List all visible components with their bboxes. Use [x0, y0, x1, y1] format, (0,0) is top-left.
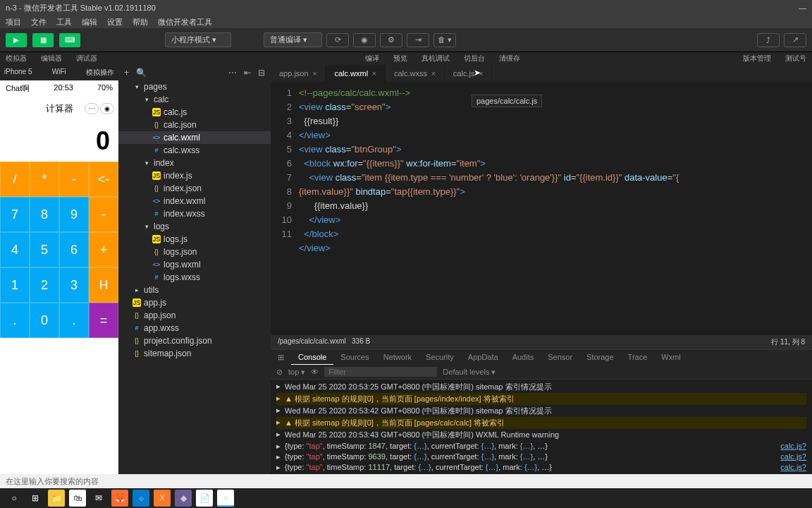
calc-key-5[interactable]: 5	[30, 232, 59, 267]
notepad-icon[interactable]: 📄	[196, 490, 213, 507]
network-select[interactable]: WiFi	[52, 68, 66, 78]
calc-key-6[interactable]: 6	[59, 232, 89, 267]
calc-key--[interactable]: -	[89, 197, 118, 232]
close-tab-icon[interactable]: ×	[431, 70, 436, 78]
editor-toggle[interactable]: ▦	[32, 33, 54, 47]
tree-item-pages[interactable]: ▾pages	[118, 80, 271, 93]
tree-item-index[interactable]: ▾index	[118, 157, 271, 169]
code-content[interactable]: <!--pages/calc/calc.wxml--> <view class=…	[299, 82, 679, 335]
calc-key-3[interactable]: 3	[59, 267, 89, 303]
tree-item-logs.wxml[interactable]: <>logs.wxml	[118, 258, 271, 271]
menu-tools[interactable]: 工具	[56, 17, 72, 28]
tree-item-index.json[interactable]: {}index.json	[118, 182, 271, 195]
tree-item-app.wxss[interactable]: #app.wxss	[118, 322, 271, 334]
console-tab-console[interactable]: Console	[291, 350, 333, 365]
more-icon[interactable]: ⋯	[228, 68, 237, 78]
console-tab-wxml[interactable]: Wxml	[654, 350, 688, 365]
app-icon[interactable]: ◆	[175, 490, 192, 507]
tree-item-utils[interactable]: ▸utils	[118, 284, 271, 296]
mail-icon[interactable]: ✉	[90, 490, 107, 507]
calc-key-8[interactable]: 8	[30, 197, 59, 232]
calc-key-*[interactable]: *	[30, 162, 59, 197]
tree-item-project.config.json[interactable]: {}project.config.json	[118, 334, 271, 347]
calc-key-+[interactable]: +	[89, 232, 118, 267]
console-filter-input[interactable]	[324, 367, 437, 377]
realdevice-button[interactable]: ⚙	[380, 33, 402, 47]
tree-item-logs.js[interactable]: JSlogs.js	[118, 233, 271, 246]
calc-key-=[interactable]: =	[89, 303, 118, 338]
calc-key--[interactable]: -	[59, 162, 89, 197]
calc-key-0[interactable]: 0	[30, 303, 59, 338]
menu-devtools[interactable]: 微信开发者工具	[158, 17, 212, 28]
calc-key-2[interactable]: 2	[30, 267, 59, 303]
console-expand-icon[interactable]: ⊞	[271, 350, 291, 365]
tree-item-app.json[interactable]: {}app.json	[118, 309, 271, 322]
editor-tab-app.json[interactable]: app.json×	[271, 65, 326, 82]
menu-project[interactable]: 项目	[6, 17, 21, 28]
background-button[interactable]: ⇥	[407, 33, 429, 47]
clear-console-icon[interactable]: ⊘	[276, 368, 283, 377]
calc-key-H[interactable]: H	[89, 267, 118, 303]
tree-item-app.js[interactable]: JSapp.js	[118, 296, 271, 309]
split-icon[interactable]: ⊟	[258, 68, 265, 78]
clear-button[interactable]: 🗑 ▾	[433, 33, 456, 47]
console-tab-storage[interactable]: Storage	[579, 350, 621, 365]
capsule-close-icon[interactable]: ◉	[100, 103, 114, 114]
capsule-more-icon[interactable]: ⋯	[85, 103, 99, 114]
vscode-icon[interactable]: ⟐	[133, 490, 149, 507]
simulator-toggle[interactable]: ▶	[6, 33, 27, 47]
calc-key-.[interactable]: .	[0, 303, 30, 338]
menu-settings[interactable]: 设置	[107, 17, 123, 28]
console-tab-trace[interactable]: Trace	[621, 350, 655, 365]
explorer-icon[interactable]: 📁	[48, 490, 65, 507]
tree-item-calc.wxss[interactable]: #calc.wxss	[118, 144, 271, 157]
menu-file[interactable]: 文件	[31, 17, 47, 28]
search-icon[interactable]: 🔍	[136, 68, 147, 78]
console-tab-sensor[interactable]: Sensor	[541, 350, 579, 365]
store-icon[interactable]: 🛍	[69, 490, 86, 507]
editor-tab-calc.wxss[interactable]: calc.wxss×	[386, 65, 445, 82]
calc-key-9[interactable]: 9	[59, 197, 89, 232]
tree-item-calc[interactable]: ▾calc	[118, 93, 271, 106]
calc-key-7[interactable]: 7	[0, 197, 30, 232]
mode-dropdown[interactable]: 小程序模式 ▾	[165, 32, 231, 47]
console-tab-appdata[interactable]: AppData	[461, 350, 505, 365]
preview-button[interactable]: ◉	[353, 33, 376, 47]
close-tab-icon[interactable]: ×	[372, 70, 376, 78]
log-levels[interactable]: Default levels ▾	[443, 368, 496, 377]
xampp-icon[interactable]: X	[154, 490, 171, 507]
cortana-icon[interactable]: ○	[6, 490, 23, 507]
calc-key-<-[interactable]: <-	[89, 162, 118, 197]
tree-item-calc.wxml[interactable]: <>calc.wxml	[118, 131, 271, 144]
close-tab-icon[interactable]: ×	[313, 70, 317, 78]
editor-tab-calc.js[interactable]: calc.js×	[445, 65, 492, 82]
details-button[interactable]: ↗	[784, 33, 806, 47]
eye-icon[interactable]: 👁	[311, 368, 319, 376]
editor-tab-calc.wxml[interactable]: calc.wxml×	[326, 65, 386, 82]
minimize-icon[interactable]: —	[799, 4, 806, 12]
tree-item-calc.js[interactable]: JScalc.js	[118, 106, 271, 119]
code-editor[interactable]: 1234567891011 <!--pages/calc/calc.wxml--…	[271, 82, 812, 335]
menu-edit[interactable]: 编辑	[82, 17, 97, 28]
tree-item-logs.wxss[interactable]: #logs.wxss	[118, 271, 271, 284]
console-tab-sources[interactable]: Sources	[333, 350, 376, 365]
menu-help[interactable]: 帮助	[133, 17, 148, 28]
console-tab-security[interactable]: Security	[419, 350, 461, 365]
tree-item-logs.json[interactable]: {}logs.json	[118, 246, 271, 258]
devtools-icon[interactable]: ⟐	[217, 490, 234, 507]
tree-item-index.js[interactable]: JSindex.js	[118, 169, 271, 182]
debugger-toggle[interactable]: ⌨	[59, 33, 80, 47]
calc-key-4[interactable]: 4	[0, 232, 30, 267]
sim-operation[interactable]: 模拟操作	[86, 68, 114, 78]
calc-key-/[interactable]: /	[0, 162, 30, 197]
console-tab-network[interactable]: Network	[376, 350, 419, 365]
calc-key-.[interactable]: .	[59, 303, 89, 338]
tree-item-logs[interactable]: ▾logs	[118, 220, 271, 233]
taskview-icon[interactable]: ⊞	[27, 490, 44, 507]
os-search-bar[interactable]: 在这里输入你要搜索的内容	[0, 474, 812, 489]
close-tab-icon[interactable]: ×	[479, 70, 483, 78]
console-tab-audits[interactable]: Audits	[505, 350, 541, 365]
tree-item-index.wxml[interactable]: <>index.wxml	[118, 195, 271, 207]
firefox-icon[interactable]: 🦊	[111, 490, 128, 507]
console-context[interactable]: top ▾	[288, 368, 305, 377]
